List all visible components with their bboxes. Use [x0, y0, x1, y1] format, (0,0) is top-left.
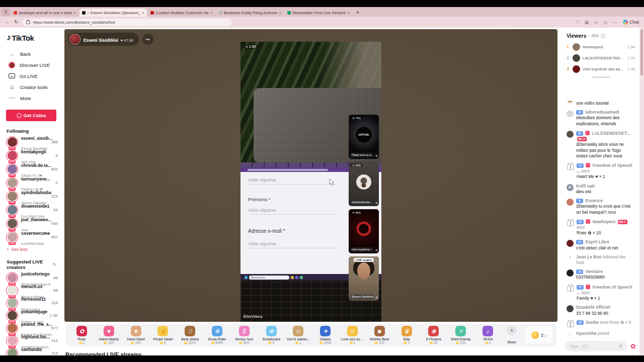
- gift-item[interactable]: ✦ Galaxy 1000: [312, 326, 339, 344]
- gift-item[interactable]: ☺ You're aweso... 1: [285, 326, 311, 344]
- tab-close-icon[interactable]: [210, 11, 213, 15]
- tab-search-chevron-icon[interactable]: [2, 9, 10, 16]
- rose-gift-button[interactable]: [629, 343, 637, 349]
- collections-icon[interactable]: [585, 20, 589, 25]
- tab-close-icon[interactable]: [142, 11, 144, 15]
- tab-close-icon[interactable]: [73, 11, 76, 15]
- browser-refresh-icon[interactable]: [14, 20, 18, 25]
- chat-username[interactable]: Esprit Libre: [585, 239, 609, 244]
- coin-icon: [531, 331, 539, 339]
- guest-mute-icon[interactable]: [375, 201, 378, 205]
- gift-item[interactable]: ☻ Mishka Bear 100: [366, 326, 393, 344]
- profile-icon[interactable]: [603, 20, 608, 25]
- level-badge: 17: [577, 285, 584, 290]
- guest-video-tile[interactable]: 845 chefcanfonde...: [349, 162, 379, 206]
- browser-tab[interactable]: Contact McAfee Customer Service: [148, 9, 215, 17]
- tab-audio-icon[interactable]: ♪: [87, 11, 89, 15]
- tab-close-icon[interactable]: [347, 11, 350, 15]
- share-button[interactable]: [142, 34, 153, 45]
- chat-username[interactable]: Hyacinthe: [576, 331, 597, 336]
- avatar[interactable]: [567, 240, 574, 247]
- sidebar-nav-item[interactable]: Go LIVE: [0, 70, 62, 81]
- top-viewer-row[interactable]: 3 chef suprême des ka... 1.4K: [562, 63, 639, 74]
- live-badge: LIVE: [9, 188, 16, 191]
- browser-tab[interactable]: Business Entity Filing Acknowledg...: [216, 9, 284, 17]
- coin-balance-button[interactable]: 3: [524, 326, 553, 344]
- page-scrollbar[interactable]: [639, 28, 644, 355]
- chat-message: 8 Essence @beniasky tu crois que c'est u…: [567, 198, 633, 215]
- panel-scroll-indicator[interactable]: [592, 76, 610, 78]
- browser-tab[interactable]: ♪ Esseni Sissiblési (@esseni_sis...: [79, 9, 147, 17]
- avatar[interactable]: [567, 110, 574, 117]
- guest-mute-icon[interactable]: [375, 296, 378, 299]
- guest-mute-icon[interactable]: [375, 154, 378, 157]
- chat-username[interactable]: Koffi nati: [576, 184, 595, 189]
- gift-item[interactable]: ☺ Love you so ... 1: [339, 326, 366, 344]
- avatar[interactable]: [567, 305, 574, 312]
- sidebar-nav-item[interactable]: More: [0, 93, 62, 104]
- chat-username[interactable]: Dzaskélé Officiel: [576, 305, 610, 310]
- chat-username[interactable]: Jean Le Bon: [576, 254, 602, 259]
- chat-username[interactable]: laforcedusamedi: [585, 110, 619, 115]
- guest-video-tile[interactable]: UPTUR 741 Пара хоть а н...: [349, 115, 379, 159]
- suggested-user-row[interactable]: LIVE sashatobz sashatobz 114: [0, 347, 62, 355]
- chat-username[interactable]: Essence: [585, 198, 603, 203]
- guest-viewer-badge: 841: [350, 211, 363, 214]
- username: justicefortogo: [21, 272, 50, 277]
- guest-video-tile[interactable]: 841 chef suprême ...: [349, 209, 379, 253]
- info-icon[interactable]: [601, 34, 605, 38]
- url-bar[interactable]: https://www.tiktok.com/@esseni_sissibles…: [22, 19, 231, 26]
- sidebar-nav-item[interactable]: Discover LIVE: [0, 59, 62, 70]
- gift-item[interactable]: ♥ Hand Hearts 100: [96, 326, 122, 344]
- gift-item[interactable]: ♥ Hand Heart 100: [123, 326, 149, 344]
- gift-item[interactable]: ☝ Finger Heart 5: [149, 326, 176, 344]
- top-viewer-row[interactable]: 1 Newhopers 2.5K: [562, 41, 639, 52]
- get-coins-button[interactable]: Get Coins: [6, 110, 56, 121]
- avatar[interactable]: [567, 101, 574, 103]
- gift-item[interactable]: ☃ Bear skiing 2200: [177, 326, 203, 344]
- gift-item[interactable]: ♛ Slay 1: [393, 326, 420, 344]
- chat-username[interactable]: Newhopers: [593, 219, 616, 224]
- gift-item[interactable]: ❄ Snowboard 9: [258, 326, 285, 344]
- browser-menu-icon[interactable]: [613, 20, 618, 25]
- tab-close-icon[interactable]: [279, 11, 281, 15]
- copilot-button[interactable]: Chat: [623, 20, 639, 25]
- favorite-star-icon[interactable]: [594, 20, 598, 25]
- emoji-icon[interactable]: [618, 343, 623, 348]
- browser-back-icon[interactable]: [5, 20, 10, 25]
- sidebar-nav-item[interactable]: Creator tools: [0, 81, 62, 93]
- viewer-count: 1.3K: [50, 313, 58, 318]
- scrollbar-thumb[interactable]: [640, 29, 643, 75]
- username: esseni_sissib...: [21, 136, 52, 141]
- gift-item[interactable]: ❀ 5 Flowers 20: [420, 326, 447, 344]
- gift-item[interactable]: ♪ TikTok 1: [474, 326, 501, 344]
- avatar[interactable]: [567, 199, 574, 206]
- gift-icon: ☝: [157, 326, 168, 336]
- gift-item[interactable]: ❄ Snow Rider 6999: [204, 326, 230, 344]
- new-tab-button[interactable]: [353, 9, 362, 15]
- chat-username[interactable]: LALEGENDEDET...: [592, 131, 630, 136]
- avatar[interactable]: [567, 131, 574, 138]
- avatar[interactable]: K: [567, 184, 574, 191]
- gift-item[interactable]: ✧ Shell Energy 100: [447, 326, 474, 344]
- favorites-heart-icon[interactable]: [576, 20, 580, 25]
- gift-icon: ♛: [401, 326, 412, 336]
- browser-tab[interactable]: desktops and all in one s ideacen: [11, 9, 78, 17]
- browser-tab[interactable]: Streamlabs Free Live Streaming &: [285, 9, 352, 17]
- sidebar-nav-item[interactable]: Back: [0, 48, 62, 59]
- avatar[interactable]: [567, 269, 574, 277]
- guest-mute-icon[interactable]: [375, 248, 378, 252]
- tiktok-logo[interactable]: TikTok: [0, 33, 62, 43]
- top-viewer-row[interactable]: 2 LALEGENDEDETADIA... 2.2K: [562, 52, 639, 63]
- chat-message: 10 laforcedusamedi eliesvibes donnent de…: [567, 110, 633, 127]
- host-info-pill[interactable]: Esseni Sissiblési 47.0K: [68, 33, 139, 46]
- chat-username[interactable]: Vieclaire: [585, 269, 603, 274]
- gift-item[interactable]: $ Money Gun 500: [231, 326, 258, 344]
- see-less-button[interactable]: See less: [0, 247, 62, 252]
- chat-username[interactable]: Danke: [586, 320, 599, 325]
- guest-video-tile[interactable]: LIVE creator Esseni Sissiblési: [349, 256, 379, 301]
- gift-more-button[interactable]: More: [501, 325, 522, 345]
- gift-item[interactable]: ✿ Rose 1: [68, 326, 95, 344]
- refresh-icon[interactable]: [52, 262, 56, 267]
- following-user-row[interactable]: LIVE covermecutee coverMeCutee 407: [0, 230, 62, 244]
